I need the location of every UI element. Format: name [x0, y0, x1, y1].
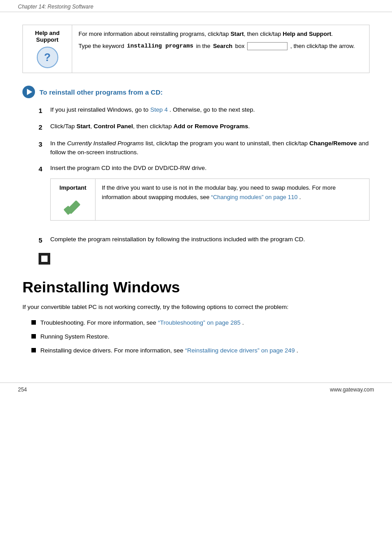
svg-rect-2 — [41, 256, 48, 262]
step-3: 3 In the Currently Installed Programs li… — [39, 139, 370, 158]
bullet-1-text: Troubleshooting. For more information, s… — [40, 318, 244, 328]
reinstall-programs-heading: To reinstall other programs from a CD: — [22, 86, 370, 98]
troubleshooting-link[interactable]: “Troubleshooting” on page 285 — [158, 319, 240, 326]
search-word: Search — [213, 42, 232, 51]
step-4: 4 Insert the program CD into the DVD or … — [39, 164, 370, 229]
bullet-3-text: Reinstalling device drivers. For more in… — [40, 346, 298, 356]
step4-link[interactable]: Step 4 — [150, 106, 168, 113]
footer-url: www.gateway.com — [330, 387, 374, 393]
important-content: If the drive you want to use is not in t… — [96, 179, 369, 220]
help-support-label: Help and Support — [26, 30, 68, 43]
page-footer: 254 www.gateway.com — [0, 382, 392, 396]
step-3-content: In the Currently Installed Programs list… — [50, 139, 370, 158]
page-header: Chapter 14: Restoring Software — [0, 0, 392, 12]
bullet-2-icon — [31, 334, 36, 339]
arrow-text: , then click/tap the arrow. — [290, 42, 355, 51]
step-5-content: Complete the program reinstallation by f… — [50, 235, 370, 245]
help-search-row: Type the keyword installing programs in … — [78, 42, 355, 51]
step-1: 1 If you just reinstalled Windows, go to… — [39, 105, 370, 116]
step-1-content: If you just reinstalled Windows, go to S… — [50, 105, 370, 116]
step-1-num: 1 — [39, 105, 46, 116]
bullet-list: Troubleshooting. For more information, s… — [31, 318, 370, 356]
in-text: in the — [196, 42, 210, 51]
play-icon — [22, 86, 35, 98]
reinstall-drivers-link[interactable]: “Reinstalling device drivers” on page 24… — [185, 347, 295, 354]
step-2-num: 2 — [39, 122, 46, 132]
search-box[interactable] — [247, 42, 287, 50]
checkmark-icon — [63, 196, 83, 216]
bullet-1: Troubleshooting. For more information, s… — [31, 318, 370, 328]
important-left: Important — [51, 179, 96, 220]
stop-icon-wrap — [39, 253, 370, 265]
bullet-2-text: Running System Restore. — [40, 332, 109, 342]
bullet-2: Running System Restore. — [31, 332, 370, 342]
help-icon: ? — [37, 47, 58, 68]
help-support-content: For more information about reinstalling … — [72, 25, 361, 73]
step-4-content: Insert the program CD into the DVD or DV… — [50, 164, 370, 229]
steps-list: 1 If you just reinstalled Windows, go to… — [39, 105, 370, 246]
reinstall-heading-text: To reinstall other programs from a CD: — [39, 88, 163, 96]
stop-icon — [39, 253, 50, 265]
step-2-content: Click/Tap Start, Control Panel, then cli… — [50, 122, 370, 132]
step-2: 2 Click/Tap Start, Control Panel, then c… — [39, 122, 370, 132]
step-5-num: 5 — [39, 235, 46, 245]
step-5: 5 Complete the program reinstallation by… — [39, 235, 370, 245]
main-heading: Reinstalling Windows — [22, 278, 370, 296]
help-support-box: Help and Support ? For more information … — [22, 25, 370, 73]
page-number: 254 — [18, 387, 27, 393]
keyword-prefix: Type the keyword — [78, 42, 124, 51]
important-label: Important — [60, 183, 87, 192]
changing-modules-link[interactable]: “Changing modules” on page 110 — [211, 194, 298, 200]
bullet-3: Reinstalling device drivers. For more in… — [31, 346, 370, 356]
bullet-3-icon — [31, 348, 36, 352]
section2-intro: If your convertible tablet PC is not wor… — [22, 302, 370, 312]
keyword-text: installing programs — [127, 42, 193, 51]
important-box: Important If the drive you want to use i… — [50, 178, 370, 221]
bullet-1-icon — [31, 320, 36, 325]
step-4-num: 4 — [39, 164, 46, 229]
chapter-title: Chapter 14: Restoring Software — [18, 4, 93, 10]
box-text: box — [235, 42, 244, 51]
reinstalling-windows-section: Reinstalling Windows If your convertible… — [22, 278, 370, 356]
help-line1: For more information about reinstalling … — [78, 30, 355, 39]
step-3-num: 3 — [39, 139, 46, 158]
help-support-left: Help and Support ? — [23, 25, 72, 73]
